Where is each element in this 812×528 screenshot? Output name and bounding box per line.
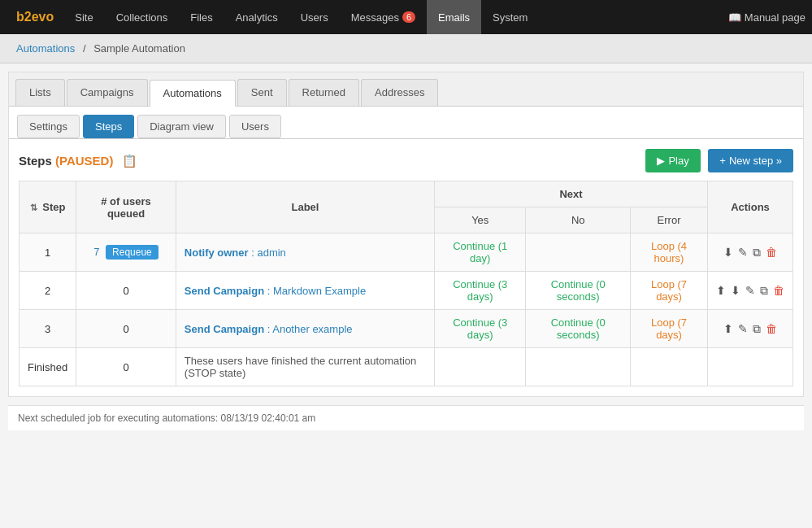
main-content: Lists Campaigns Automations Sent Returne… (8, 72, 804, 397)
brand-logo[interactable]: b2evo (7, 10, 63, 24)
step-label-link[interactable]: Send Campaign : Markdown Example (185, 285, 366, 297)
step-actions: ⬇ ✎ ⧉ 🗑 (707, 233, 792, 272)
edit-icon[interactable]: ✎ (738, 322, 748, 335)
plus-icon: + (719, 155, 726, 167)
edit-icon[interactable]: ✎ (738, 246, 748, 259)
subtab-diagram[interactable]: Diagram view (137, 115, 226, 138)
new-step-label: New step » (729, 155, 782, 167)
nav-files[interactable]: Files (179, 0, 224, 34)
step-num: 3 (20, 310, 76, 348)
nav-collections[interactable]: Collections (105, 0, 180, 34)
tab-campaigns[interactable]: Campaigns (67, 79, 148, 106)
label-prefix: Notify owner (185, 247, 249, 259)
tab-sent[interactable]: Sent (237, 79, 287, 106)
step-finished-text: These users have finished the current au… (176, 348, 434, 386)
th-label: Label (176, 181, 434, 233)
step-label-link[interactable]: Send Campaign : Another example (185, 323, 353, 335)
breadcrumb-separator: / (83, 42, 86, 55)
subtab-steps[interactable]: Steps (83, 115, 134, 138)
manual-page-label: Manual page (745, 11, 805, 24)
copy-icon[interactable]: ⧉ (760, 284, 768, 298)
down-icon[interactable]: ⬇ (731, 284, 740, 297)
th-yes: Yes (435, 207, 526, 233)
step-label-link[interactable]: Notify owner : admin (185, 247, 286, 259)
steps-label: Steps (19, 154, 52, 168)
step-label: Send Campaign : Markdown Example (176, 272, 434, 310)
nav-emails[interactable]: Emails (427, 0, 481, 34)
step-queued: 0 (76, 348, 176, 386)
step-queued: 0 (76, 310, 176, 348)
table-row: 2 0 Send Campaign : Markdown Example Con… (20, 272, 793, 310)
steps-title: Steps (PAUSED) 📋 (19, 154, 137, 168)
edit-icon[interactable]: ✎ (745, 284, 755, 297)
primary-tabs: Lists Campaigns Automations Sent Returne… (9, 72, 803, 107)
step-num: 1 (20, 233, 76, 272)
tab-addresses[interactable]: Addresses (361, 79, 438, 106)
action-icons: ⬆ ⬇ ✎ ⧉ 🗑 (716, 284, 784, 298)
steps-table: ⇅ Step # of users queued Label Next Acti… (19, 181, 793, 386)
th-queued: # of users queued (76, 181, 176, 233)
play-button[interactable]: ▶ Play (645, 149, 700, 172)
step-error-finished (631, 348, 708, 386)
step-error: Loop (7 days) (631, 272, 708, 310)
action-icons: ⬇ ✎ ⧉ 🗑 (716, 246, 784, 260)
th-next: Next (435, 181, 708, 207)
down-icon[interactable]: ⬇ (723, 246, 733, 259)
book-icon: 📖 (728, 11, 741, 24)
tab-lists[interactable]: Lists (15, 79, 65, 106)
steps-actions: ▶ Play + New step » (645, 149, 793, 172)
nav-users[interactable]: Users (289, 0, 340, 34)
nav-site[interactable]: Site (63, 0, 104, 34)
nav-analytics[interactable]: Analytics (224, 0, 289, 34)
nav-messages-label: Messages (351, 11, 399, 24)
subtab-users[interactable]: Users (229, 115, 281, 138)
step-no (526, 233, 631, 272)
nav-system[interactable]: System (481, 0, 539, 34)
step-error: Loop (7 days) (631, 310, 708, 348)
copy-icon[interactable]: ⧉ (753, 322, 761, 336)
step-no-finished (526, 348, 631, 386)
steps-status: (PAUSED) (55, 154, 113, 168)
footer-bar: Next scheduled job for executing automat… (8, 405, 804, 430)
th-error: Error (631, 207, 708, 233)
copy-icon[interactable]: ⧉ (753, 246, 761, 260)
step-actions-finished (707, 348, 792, 386)
up-icon[interactable]: ⬆ (716, 284, 726, 297)
step-queued: 7 Requeue (76, 233, 176, 272)
action-icons: ⬆ ✎ ⧉ 🗑 (716, 322, 784, 336)
manual-page-link[interactable]: 📖 Manual page (728, 11, 805, 24)
step-finished-label: Finished (20, 348, 76, 386)
step-label: Notify owner : admin (176, 233, 434, 272)
step-num: 2 (20, 272, 76, 310)
label-suffix: : Markdown Example (267, 285, 366, 297)
delete-icon[interactable]: 🗑 (766, 246, 777, 259)
delete-icon[interactable]: 🗑 (766, 322, 777, 335)
tab-automations[interactable]: Automations (150, 80, 236, 107)
log-icon[interactable]: 📋 (122, 154, 137, 168)
sub-tabs: Settings Steps Diagram view Users (9, 107, 803, 139)
step-no: Continue (0 seconds) (526, 272, 631, 310)
steps-section: Steps (PAUSED) 📋 ▶ Play + New step » (9, 139, 803, 396)
step-yes: Continue (1 day) (435, 233, 526, 272)
step-no: Continue (0 seconds) (526, 310, 631, 348)
requeue-button[interactable]: Requeue (106, 245, 158, 260)
tab-returned[interactable]: Returned (289, 79, 359, 106)
step-yes: Continue (3 days) (435, 310, 526, 348)
new-step-button[interactable]: + New step » (708, 149, 793, 172)
label-prefix: Send Campaign (185, 285, 264, 297)
steps-header: Steps (PAUSED) 📋 ▶ Play + New step » (19, 149, 793, 172)
th-step: ⇅ Step (20, 181, 76, 233)
th-no: No (526, 207, 631, 233)
subtab-settings[interactable]: Settings (17, 115, 80, 138)
step-yes: Continue (3 days) (435, 272, 526, 310)
label-suffix: : Another example (267, 323, 353, 335)
footer-text: Next scheduled job for executing automat… (18, 412, 315, 424)
table-row-finished: Finished 0 These users have finished the… (20, 348, 793, 386)
delete-icon[interactable]: 🗑 (773, 284, 784, 297)
up-icon[interactable]: ⬆ (723, 322, 733, 335)
step-label: Send Campaign : Another example (176, 310, 434, 348)
breadcrumb-parent[interactable]: Automations (16, 42, 75, 55)
label-suffix: : admin (251, 247, 286, 259)
nav-messages[interactable]: Messages 6 (340, 0, 427, 34)
sort-icon: ⇅ (30, 203, 37, 212)
